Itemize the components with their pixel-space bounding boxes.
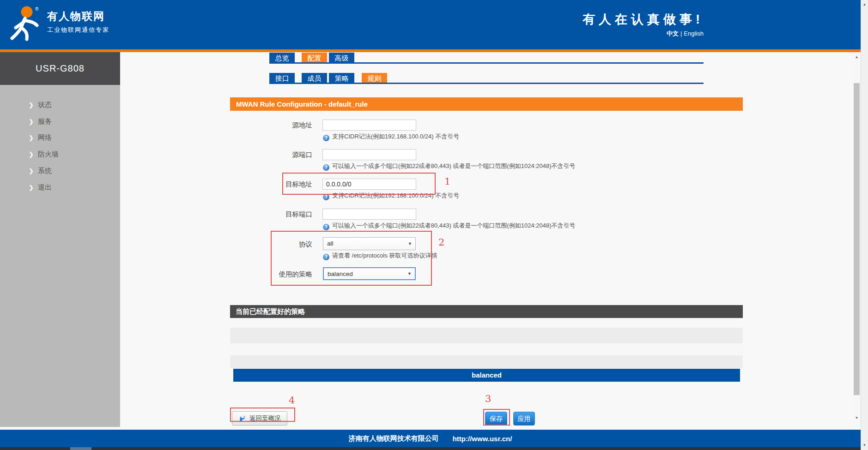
chevron-down-icon: ▼ (408, 241, 412, 246)
sidebar-item-label: 服务 (38, 117, 52, 126)
sidebar: USR-G808 ❯状态❯服务❯网络❯防火墙❯系统❯退出 (0, 52, 120, 427)
back-icon (238, 414, 246, 422)
help-icon: ? (323, 224, 329, 230)
dest-address-label: 目标地址 (199, 180, 312, 189)
help-icon: ? (323, 254, 329, 260)
mwan-section-title: MWAN Rule Configuration - default_rule (230, 97, 743, 111)
window-scrollbar[interactable]: ▲ ▼ (861, 0, 868, 450)
help-text: 可以输入一个或多个端口(例如22或者80,443) 或者是一个端口范围(例如10… (332, 162, 576, 169)
help-icon: ? (323, 135, 329, 141)
horizontal-scrollbar[interactable] (0, 447, 861, 450)
scroll-up-icon[interactable]: ▲ (853, 55, 861, 59)
help-text: 可以输入一个或多个端口(例如22或者80,443) 或者是一个端口范围(例如10… (332, 222, 576, 229)
sidebar-item-firewall[interactable]: ❯防火墙 (0, 149, 120, 159)
registered-mark: ® (35, 6, 38, 12)
use-policy-select[interactable]: balanced▼ (323, 267, 416, 280)
annotation-number-1: 1 (444, 176, 450, 187)
sidebar-item-system[interactable]: ❯系统 (0, 166, 120, 176)
brand-tagline: 工业物联网通信专家 (47, 26, 109, 34)
sidebar-item-label: 系统 (38, 167, 52, 175)
dest-address-input[interactable] (322, 179, 416, 190)
chevron-right-icon: ❯ (29, 151, 34, 158)
sidebar-item-label: 状态 (38, 101, 52, 109)
accent-strip (0, 49, 861, 52)
dest-port-help: ?可以输入一个或多个端口(例如22或者80,443) 或者是一个端口范围(例如1… (323, 222, 576, 229)
top-header: ® 有人物联网 工业物联网通信专家 有人在认真做事! 中文|English (0, 0, 861, 49)
policy-section-title: 当前已经配置好的策略 (230, 305, 743, 318)
dest-port-input[interactable] (322, 209, 416, 220)
secondary-tabs-underline (269, 83, 704, 84)
use-policy-label: 使用的策略 (199, 270, 312, 279)
protocol-help: ?请查看 /etc/protocols 获取可选协议详情 (323, 252, 437, 259)
annotation-number-3: 3 (485, 393, 491, 404)
source-address-help: ?支持CIDR记法(例如192.168.100.0/24) 不含引号 (323, 133, 459, 140)
annotation-number-2: 2 (438, 237, 444, 248)
sidebar-item-label: 退出 (38, 183, 52, 192)
scroll-up-icon[interactable]: ▲ (861, 2, 868, 6)
dest-address-help: ?支持CIDR记法(例如192.168.100.0/24) 不含引号 (323, 192, 459, 199)
help-text: 请查看 /etc/protocols 获取可选协议详情 (332, 252, 437, 259)
help-text: 支持CIDR记法(例如192.168.100.0/24) 不含引号 (332, 192, 459, 199)
lang-divider: | (680, 30, 682, 37)
content-scrollbar[interactable]: ▲ ▼ (853, 52, 861, 427)
chevron-right-icon: ❯ (29, 184, 34, 191)
scroll-down-icon[interactable]: ▼ (861, 443, 868, 447)
chevron-right-icon: ❯ (29, 102, 34, 108)
source-port-input[interactable] (322, 149, 416, 160)
source-address-input[interactable] (322, 120, 416, 131)
help-icon: ? (323, 164, 329, 171)
save-button[interactable]: 保存 (485, 412, 507, 426)
sidebar-item-network[interactable]: ❯网络 (0, 132, 120, 143)
protocol-selected-value: all (327, 238, 334, 249)
scroll-down-icon[interactable]: ▼ (853, 416, 861, 420)
policy-name-bar: balanced (233, 369, 740, 382)
help-icon: ? (323, 194, 329, 200)
sidebar-item-logout[interactable]: ❯退出 (0, 182, 120, 192)
annotation-number-4: 4 (289, 395, 295, 406)
policy-table-row (230, 355, 743, 368)
header-slogan: 有人在认真做事! (583, 11, 704, 28)
chevron-right-icon: ❯ (29, 168, 34, 174)
help-text: 支持CIDR记法(例如192.168.100.0/24) 不含引号 (332, 133, 459, 140)
footer-url-link[interactable]: http://www.usr.cn/ (453, 435, 512, 443)
horizontal-scrollbar-thumb[interactable] (70, 447, 91, 450)
source-port-help: ?可以输入一个或多个端口(例如22或者80,443) 或者是一个端口范围(例如1… (323, 162, 576, 170)
sidebar-item-status[interactable]: ❯状态 (0, 100, 120, 110)
protocol-select[interactable]: all▼ (323, 237, 416, 250)
protocol-label: 协议 (199, 240, 312, 249)
brand-name: 有人物联网 (47, 9, 105, 24)
back-button-label: 返回至概况 (249, 414, 281, 423)
sidebar-item-label: 防火墙 (38, 150, 59, 159)
policy-table-row (230, 328, 743, 343)
content-scrollbar-thumb[interactable] (854, 83, 860, 395)
chevron-down-icon: ▼ (407, 271, 412, 276)
sidebar-item-services[interactable]: ❯服务 (0, 116, 120, 126)
chevron-right-icon: ❯ (29, 118, 34, 125)
back-to-overview-button[interactable]: 返回至概况 (232, 411, 287, 426)
chevron-right-icon: ❯ (29, 134, 34, 141)
apply-button[interactable]: 应用 (513, 412, 535, 426)
footer: 济南有人物联网技术有限公司 http://www.usr.cn/ (0, 430, 861, 447)
footer-company: 济南有人物联网技术有限公司 (349, 434, 439, 443)
sidebar-item-label: 网络 (38, 133, 52, 142)
language-switcher: 中文|English (665, 30, 704, 38)
page: ® 有人物联网 工业物联网通信专家 有人在认真做事! 中文|English US… (0, 0, 868, 450)
source-port-label: 源端口 (199, 150, 312, 159)
lang-zh-link[interactable]: 中文 (667, 30, 679, 37)
policy-table-row (230, 344, 743, 355)
use-policy-selected-value: balanced (328, 268, 353, 280)
dest-port-label: 目标端口 (199, 210, 312, 219)
source-address-label: 源地址 (199, 120, 312, 130)
primary-tabs-underline (269, 62, 704, 64)
device-model: USR-G808 (0, 52, 120, 85)
lang-en-link[interactable]: English (684, 30, 704, 37)
